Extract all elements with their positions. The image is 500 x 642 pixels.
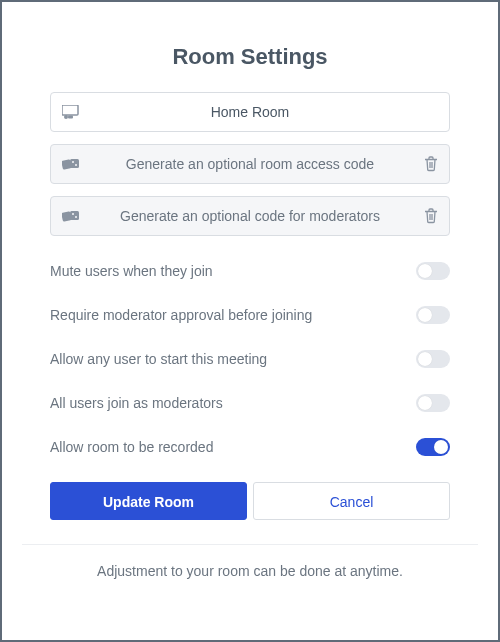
allow-record-label: Allow room to be recorded [50, 439, 213, 455]
modal-title: Room Settings [50, 44, 450, 70]
allow-record-row: Allow room to be recorded [50, 438, 450, 456]
svg-point-5 [72, 161, 74, 163]
moderator-code-field [50, 196, 450, 236]
access-code-field [50, 144, 450, 184]
svg-rect-8 [70, 211, 79, 220]
dice-icon[interactable] [62, 157, 80, 171]
svg-point-1 [64, 115, 68, 119]
svg-rect-2 [68, 116, 73, 119]
svg-rect-0 [62, 105, 78, 115]
svg-point-6 [75, 164, 77, 166]
mute-users-row: Mute users when they join [50, 262, 450, 280]
require-approval-label: Require moderator approval before joinin… [50, 307, 312, 323]
any-user-start-toggle[interactable] [416, 350, 450, 368]
moderator-code-input[interactable] [50, 196, 450, 236]
room-settings-modal: Room Settings Mute users when they join … [22, 22, 478, 579]
room-name-field [50, 92, 450, 132]
allow-record-toggle[interactable] [416, 438, 450, 456]
svg-point-10 [75, 216, 77, 218]
require-approval-row: Require moderator approval before joinin… [50, 306, 450, 324]
all-join-moderators-toggle[interactable] [416, 394, 450, 412]
room-name-input[interactable] [50, 92, 450, 132]
all-join-moderators-row: All users join as moderators [50, 394, 450, 412]
svg-point-9 [72, 213, 74, 215]
trash-icon[interactable] [424, 208, 438, 224]
footnote-text: Adjustment to your room can be done at a… [50, 563, 450, 579]
chalkboard-icon [62, 105, 80, 119]
mute-users-toggle[interactable] [416, 262, 450, 280]
require-approval-toggle[interactable] [416, 306, 450, 324]
access-code-input[interactable] [50, 144, 450, 184]
all-join-moderators-label: All users join as moderators [50, 395, 223, 411]
dice-icon[interactable] [62, 209, 80, 223]
any-user-start-label: Allow any user to start this meeting [50, 351, 267, 367]
svg-rect-4 [70, 159, 79, 168]
button-row: Update Room Cancel [50, 482, 450, 520]
trash-icon[interactable] [424, 156, 438, 172]
update-room-button[interactable]: Update Room [50, 482, 247, 520]
mute-users-label: Mute users when they join [50, 263, 213, 279]
divider [22, 544, 478, 545]
cancel-button[interactable]: Cancel [253, 482, 450, 520]
any-user-start-row: Allow any user to start this meeting [50, 350, 450, 368]
